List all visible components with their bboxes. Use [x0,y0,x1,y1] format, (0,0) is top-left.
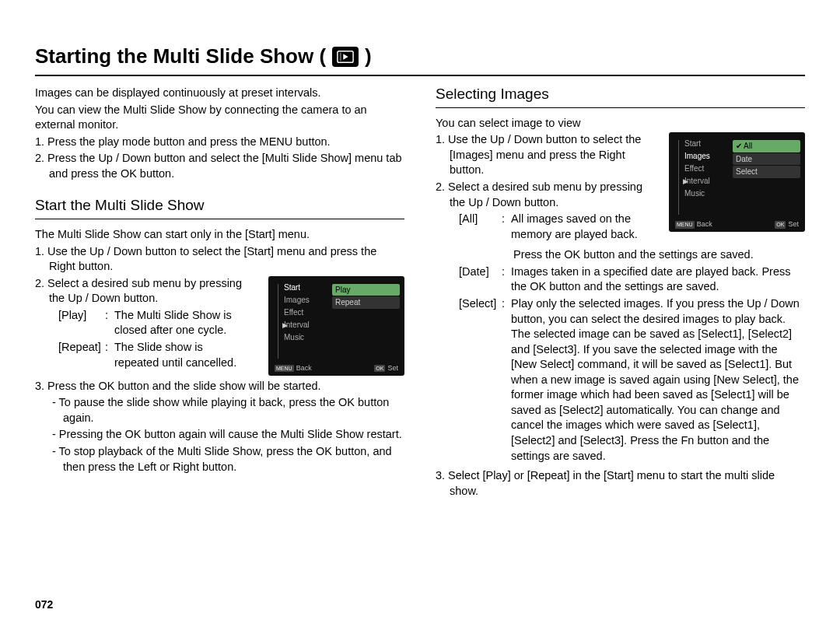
submenu-list: Play Repeat [332,282,400,360]
definition-date: [Date] : Images taken in a specified dat… [436,264,805,295]
play-icon: ▶ [282,320,288,331]
step-text: 2. Select a desired sub menu by pressing… [436,180,657,210]
def-desc: Images taken in a specified date are pla… [511,264,805,295]
def-label: [Select] [459,296,502,464]
manual-page: Starting the Multi Slide Show ( ) Images… [0,0,840,634]
camera-screenshot-images: Start Images Effect ▶ Interval Music ✔Al… [669,132,805,232]
def-label: [Repeat] [58,340,105,370]
menu-item: Effect [284,307,327,318]
intro-line: Images can be displayed continuously at … [35,86,404,101]
submenu-option: ✔All [733,140,800,152]
menu-item: ▶ Interval [284,320,327,331]
menu-item: Effect [684,163,728,174]
definition-select: [Select] : Play only the selected images… [436,296,805,464]
step-text: 3. Press the OK button and the slide sho… [35,379,404,394]
menu-item: ▶ Interval [684,176,728,187]
section-heading-selecting: Selecting Images [436,84,805,108]
title-text-after: ) [365,43,372,70]
page-title: Starting the Multi Slide Show ( ) [35,43,805,76]
menu-key-icon: MENU [275,365,294,372]
step2-row: 2. Select a desired sub menu by pressing… [35,276,404,377]
submenu-option: Select [733,166,800,178]
section-lead: The Multi Slide Show can start only in t… [35,227,404,243]
substep-text: - To pause the slide show while playing … [35,395,404,426]
submenu-option: Play [332,284,400,296]
def-label: [All] [459,212,502,242]
def-desc: The Slide show is repeated until cancell… [114,340,245,370]
step-text: 3. Select [Play] or [Repeat] in the [Sta… [436,468,805,499]
definition-play: [Play] : The Multi Slide Show is closed … [35,308,245,338]
play-icon: ▶ [683,176,688,187]
right-top-row: 1. Use the Up / Down button to select th… [436,132,805,249]
submenu-option: Repeat [332,296,400,309]
definition-repeat: [Repeat] : The Slide show is repeated un… [35,340,245,370]
screenshot-footer: MENUBack OKSet [674,219,800,229]
step-text: 1. Use the Up / Down button to select th… [35,244,404,275]
def-label: [Date] [459,264,502,295]
menu-list: Start Images Effect ▶ Interval Music [674,138,728,216]
camera-screenshot-start: Start Images Effect ▶ Interval Music Pla… [268,276,404,376]
screenshot-footer: MENUBack OKSet [273,363,400,373]
menu-item: Start [684,138,728,149]
substep-text: - To stop playback of the Multi Slide Sh… [35,444,404,475]
title-text: Starting the Multi Slide Show ( [35,43,326,70]
menu-item: Music [684,188,728,199]
def-label: [Play] [58,308,105,338]
ok-key-icon: OK [374,365,385,372]
def-desc-short: All images saved on the memory are playe… [511,212,657,242]
def-desc: The Multi Slide Show is closed after one… [114,308,245,338]
menu-item: Images [284,295,327,306]
page-number: 072 [35,597,53,612]
menu-key-icon: MENU [675,221,695,228]
check-icon: ✔ [736,142,742,150]
definition-all: [All] : All images saved on the memory a… [436,212,657,242]
slideshow-icon [332,47,359,67]
menu-item: Images [684,151,728,162]
def-continued: Press the OK button and the settings are… [436,247,805,263]
intro-line: You can view the Multi Slide Show by con… [35,103,404,133]
step-text: 2. Select a desired sub menu by pressing… [35,276,245,306]
section-heading-start: Start the Multi Slide Show [35,195,404,219]
step-text: 1. Use the Up / Down button to select th… [436,132,657,178]
right-column: Selecting Images You can select image to… [436,84,805,500]
svg-rect-2 [340,52,341,61]
section-lead: You can select image to view [436,116,805,131]
submenu-list: ✔All Date Select [733,138,800,216]
intro-step: 1. Press the play mode button and press … [35,135,404,150]
menu-item: Music [284,332,327,343]
menu-list: Start Images Effect ▶ Interval Music [273,282,327,360]
ok-key-icon: OK [775,221,786,228]
def-desc: Play only the selected images. If you pr… [511,296,805,464]
intro-step: 2. Press the Up / Down button and select… [35,151,404,181]
menu-item: Start [284,282,327,293]
substep-text: - Pressing the OK button again will caus… [35,427,404,443]
svg-marker-1 [343,54,348,59]
left-column: Images can be displayed continuously at … [35,84,404,500]
submenu-option: Date [733,153,800,166]
content-columns: Images can be displayed continuously at … [35,84,805,500]
